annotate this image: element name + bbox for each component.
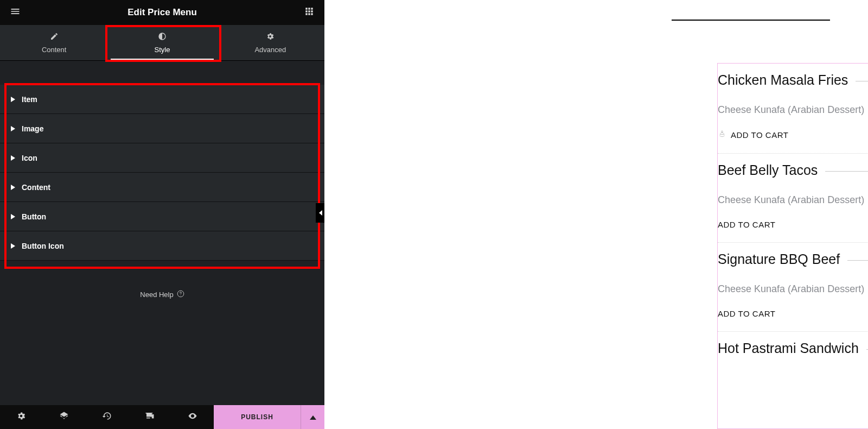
title-price-separator xyxy=(856,81,868,81)
panel-header: Edit Price Menu xyxy=(0,0,324,25)
menu-item: Signature BBQ Beef $12.48 Cheese Kunafa … xyxy=(718,243,868,332)
menu-item: Beef Belly Tacos $12.48 Cheese Kunafa (A… xyxy=(718,154,868,243)
preview-pane: Chicken Masala Fries $12.48 Cheese Kunaf… xyxy=(324,0,868,429)
svg-point-2 xyxy=(722,131,723,133)
accordion-image[interactable]: Image xyxy=(0,114,324,143)
tab-advanced[interactable]: Advanced xyxy=(216,25,324,60)
editor-panel: Edit Price Menu Content Style Advanced xyxy=(0,0,324,429)
add-to-cart-label: ADD TO CART xyxy=(718,309,775,318)
add-to-cart-button[interactable]: ADD TO CART xyxy=(718,130,868,140)
add-to-cart-label: ADD TO CART xyxy=(731,130,788,140)
chevron-left-icon xyxy=(319,208,322,218)
accordion-label: Button xyxy=(22,212,46,221)
title-price-separator xyxy=(847,260,868,261)
layers-icon xyxy=(59,411,69,423)
accordion-label: Item xyxy=(22,95,37,104)
history-button[interactable] xyxy=(86,405,129,429)
svg-point-1 xyxy=(180,295,181,295)
panel-title: Edit Price Menu xyxy=(127,7,197,18)
person-meditate-icon xyxy=(718,130,726,140)
question-circle-icon xyxy=(177,290,184,299)
gear-icon xyxy=(266,32,275,42)
menu-item: Chicken Masala Fries $12.48 Cheese Kunaf… xyxy=(718,64,868,154)
accordion-list: Item Image Icon Content Button Button Ic… xyxy=(0,85,324,261)
accordion-label: Content xyxy=(22,183,50,192)
responsive-button[interactable] xyxy=(128,405,171,429)
caret-right-icon xyxy=(11,95,15,104)
pencil-icon xyxy=(50,32,59,42)
accordion-content[interactable]: Content xyxy=(0,173,324,202)
settings-button[interactable] xyxy=(0,405,43,429)
menu-item-description: Cheese Kunafa (Arabian Dessert) xyxy=(718,194,868,206)
accordion-button-icon[interactable]: Button Icon xyxy=(0,231,324,261)
accordion-item[interactable]: Item xyxy=(0,85,324,114)
add-to-cart-button[interactable]: ADD TO CART xyxy=(718,220,868,229)
publish-options-button[interactable] xyxy=(301,405,324,429)
caret-right-icon xyxy=(11,154,15,162)
tab-label: Style xyxy=(155,46,170,54)
separator-rule xyxy=(672,20,830,21)
caret-right-icon xyxy=(11,124,15,133)
preview-button[interactable] xyxy=(171,405,214,429)
menu-item-description: Cheese Kunafa (Arabian Dessert) xyxy=(718,283,868,295)
accordion-label: Image xyxy=(22,124,43,133)
need-help-label: Need Help xyxy=(140,291,173,299)
accordion-icon[interactable]: Icon xyxy=(0,143,324,173)
publish-button[interactable]: PUBLISH xyxy=(214,405,301,429)
tab-style[interactable]: Style xyxy=(108,25,216,60)
hamburger-icon[interactable] xyxy=(10,6,21,19)
menu-item-title: Hot Pastrami Sandwich xyxy=(718,340,859,356)
add-to-cart-label: ADD TO CART xyxy=(718,220,775,229)
price-menu-widget[interactable]: Chicken Masala Fries $12.48 Cheese Kunaf… xyxy=(717,63,868,429)
tab-label: Advanced xyxy=(254,46,286,54)
eye-icon xyxy=(188,411,197,423)
add-to-cart-button[interactable]: ADD TO CART xyxy=(718,309,868,318)
panel-bottom-bar: PUBLISH xyxy=(0,405,324,429)
publish-label: PUBLISH xyxy=(241,413,273,421)
history-icon xyxy=(102,411,112,423)
apps-grid-icon[interactable] xyxy=(304,6,315,19)
caret-right-icon xyxy=(11,183,15,192)
tab-label: Content xyxy=(42,46,67,54)
caret-right-icon xyxy=(11,242,15,250)
chevron-up-icon xyxy=(310,412,316,422)
contrast-icon xyxy=(158,32,167,42)
accordion-label: Button Icon xyxy=(22,242,64,250)
accordion-label: Icon xyxy=(22,154,37,162)
menu-item-title: Signature BBQ Beef xyxy=(718,251,840,267)
need-help-link[interactable]: Need Help xyxy=(0,290,324,299)
caret-right-icon xyxy=(11,212,15,221)
title-price-separator xyxy=(825,171,868,172)
menu-item-title: Chicken Masala Fries xyxy=(718,72,848,88)
menu-item-description: Cheese Kunafa (Arabian Dessert) xyxy=(718,104,868,116)
devices-icon xyxy=(145,411,155,423)
accordion-button[interactable]: Button xyxy=(0,202,324,231)
navigator-button[interactable] xyxy=(43,405,86,429)
gear-icon xyxy=(16,411,26,423)
menu-item-title: Beef Belly Tacos xyxy=(718,162,818,178)
panel-tabs: Content Style Advanced xyxy=(0,25,324,61)
tab-content[interactable]: Content xyxy=(0,25,108,60)
menu-item: Hot Pastrami Sandwich $12.48 xyxy=(718,332,868,369)
